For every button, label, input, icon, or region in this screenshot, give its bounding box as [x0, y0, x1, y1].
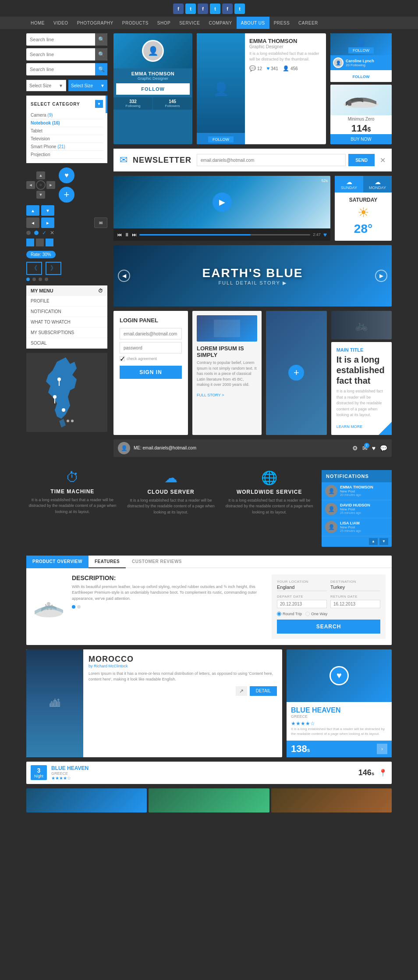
newsletter-close-btn[interactable]: ✕ — [380, 156, 386, 164]
earths-prev-btn[interactable]: ◀ — [118, 270, 130, 282]
full-story-link[interactable]: FULL STORY > — [197, 393, 224, 397]
photo-plus-btn[interactable]: + — [288, 365, 304, 381]
login-email-input[interactable] — [120, 328, 182, 339]
menu-item-social[interactable]: SOCIAL — [26, 338, 107, 349]
newsletter-email-input[interactable] — [197, 154, 346, 166]
pause-btn[interactable]: ⏸ — [124, 232, 129, 237]
plus-button[interactable]: + — [59, 187, 74, 203]
category-camera[interactable]: Camera (9) — [31, 111, 103, 119]
chat-icon[interactable]: 💬 — [380, 445, 387, 452]
arrow-down-btn[interactable]: ▼ — [41, 205, 54, 216]
check-agreement-box[interactable]: ✓ — [120, 356, 125, 361]
grid-3[interactable] — [46, 239, 53, 246]
product-dot-2[interactable] — [77, 605, 81, 609]
round-trip-radio[interactable]: Round Trip — [277, 612, 302, 616]
search-button-2[interactable]: 🔍 — [95, 48, 107, 61]
dot-ind-3[interactable] — [39, 278, 42, 281]
category-notebook[interactable]: Notebook (16) — [31, 119, 103, 127]
tab-customer-reviews[interactable]: CUSTOMER REVIEWS — [126, 556, 188, 568]
category-smartphone[interactable]: Smart Phone (21) — [31, 143, 103, 151]
menu-item-subscriptions[interactable]: MY SUBSCRIPTIONS — [26, 328, 107, 338]
nav-about-us[interactable]: ABOUT US — [237, 17, 269, 29]
detail-button[interactable]: DETAIL — [250, 686, 277, 696]
nav-career[interactable]: CAREER — [294, 17, 322, 29]
follow-button[interactable]: FOLLOW — [116, 83, 190, 95]
arrow-left-btn[interactable]: ◄ — [26, 217, 39, 228]
search-button-3[interactable]: 🔍 — [95, 63, 107, 75]
scrollbar[interactable] — [106, 96, 107, 113]
category-projection[interactable]: Projection — [31, 151, 103, 159]
prev-btn[interactable]: ⏮ — [117, 232, 122, 237]
video-like-btn[interactable]: ♥ — [323, 231, 327, 238]
tab-features[interactable]: FEATURES — [89, 556, 126, 568]
facebook-btn-3[interactable]: f — [222, 4, 233, 14]
facebook-btn-1[interactable]: f — [173, 4, 184, 14]
learn-more-link[interactable]: LEARN MORE — [337, 424, 363, 429]
nav-press[interactable]: PRESS — [269, 17, 294, 29]
grid-1[interactable] — [26, 239, 34, 246]
follow-button-wide[interactable]: FOLLOW — [208, 136, 234, 143]
search-travel-btn[interactable]: SEARCH — [277, 620, 380, 634]
heart-button[interactable]: ♥ — [59, 167, 74, 183]
caroline-follow-btn[interactable]: FOLLOW — [348, 73, 374, 80]
blue-heaven-heart-btn[interactable]: ♥ — [329, 666, 349, 685]
menu-item-notification[interactable]: NOTIFICATION — [26, 306, 107, 317]
dot-2[interactable] — [34, 231, 39, 235]
slider-prev[interactable]: 《 — [26, 262, 42, 275]
nav-video[interactable]: VIDEO — [49, 17, 73, 29]
select-size-2[interactable]: Select Size ▼ — [68, 80, 107, 91]
tab-product-overview[interactable]: PRODUCT OVERVIEW — [26, 556, 89, 568]
share-button[interactable]: ↗ — [236, 686, 247, 696]
nav-shop[interactable]: SHOP — [153, 17, 175, 29]
mail-icon[interactable]: ✉ 2 — [362, 445, 368, 452]
category-television[interactable]: Television — [31, 135, 103, 143]
grid-2[interactable] — [36, 239, 44, 246]
play-button[interactable]: ▶ — [213, 192, 232, 212]
one-way-radio[interactable]: One Way — [305, 612, 327, 616]
caroline-follow-top-btn[interactable]: FOLLOW — [348, 47, 374, 53]
notif-prev-btn[interactable]: ▲ — [369, 538, 378, 545]
earths-next-btn[interactable]: ▶ — [375, 270, 387, 282]
search-button-1[interactable]: 🔍 — [95, 33, 107, 46]
next-btn[interactable]: ⏭ — [132, 232, 137, 237]
nav-service[interactable]: SERVICE — [175, 17, 204, 29]
dot-ind-4[interactable] — [45, 278, 48, 281]
buy-button[interactable]: Buy Now — [330, 134, 392, 144]
nav-company[interactable]: COMPANY — [204, 17, 236, 29]
weather-monday[interactable]: ☁ MONDAY — [363, 176, 392, 192]
slider-next[interactable]: 》 — [46, 262, 61, 275]
arrow-right-btn[interactable]: ► — [41, 217, 54, 228]
nav-photography[interactable]: PHOTOGRAPHY — [73, 17, 118, 29]
progress-bar[interactable] — [139, 234, 310, 235]
settings-icon[interactable]: ⚙ — [352, 445, 358, 452]
heart-notif-icon[interactable]: ♥ — [372, 445, 375, 452]
joy-up[interactable]: ▲ — [36, 171, 45, 179]
category-tablet[interactable]: Tablet — [31, 127, 103, 135]
dot-ind-1[interactable] — [26, 278, 30, 281]
signin-button[interactable]: SIGN IN — [120, 366, 182, 379]
twitter-btn-3[interactable]: t — [234, 4, 245, 14]
joy-down[interactable]: ▼ — [36, 191, 45, 199]
return-date-input[interactable] — [330, 600, 380, 608]
joy-right[interactable]: ► — [46, 181, 55, 189]
nav-home[interactable]: HOME — [26, 17, 49, 29]
select-size-1[interactable]: Select Size ▼ — [26, 80, 66, 91]
bh-next-btn[interactable]: › — [377, 744, 387, 754]
product-dot-1[interactable] — [72, 605, 75, 609]
notif-next-btn[interactable]: ▼ — [379, 538, 388, 545]
facebook-btn-2[interactable]: f — [198, 4, 208, 14]
arrow-up-btn[interactable]: ▲ — [26, 205, 39, 216]
twitter-btn-2[interactable]: t — [210, 4, 220, 14]
login-password-input[interactable] — [120, 342, 182, 353]
nav-products[interactable]: PRODUCTS — [118, 17, 153, 29]
mail-button[interactable]: ✉ — [94, 217, 107, 228]
weather-sunday[interactable]: ☁ SUNDAY — [335, 176, 363, 192]
menu-item-watch[interactable]: WHAT TO WHATCH — [26, 317, 107, 328]
depart-date-input[interactable] — [277, 600, 327, 608]
dot-ind-2[interactable] — [32, 278, 36, 281]
newsletter-send-btn[interactable]: SEND — [348, 154, 375, 166]
category-toggle[interactable]: ▼ — [95, 100, 103, 108]
twitter-btn-1[interactable]: t — [185, 4, 196, 14]
joy-left[interactable]: ◄ — [26, 181, 35, 189]
dot-1[interactable] — [26, 231, 31, 235]
